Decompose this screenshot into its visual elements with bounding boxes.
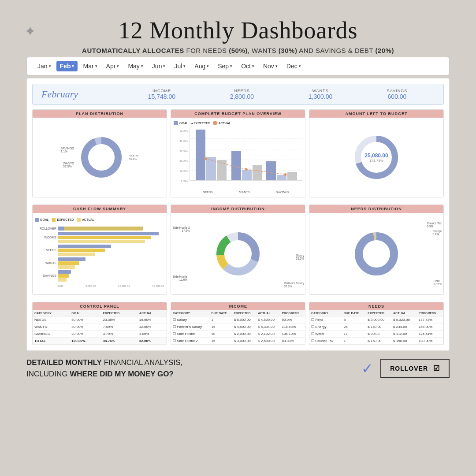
metric-savings: SAVINGS 600.00 — [387, 89, 407, 100]
dashboard-month: February — [41, 89, 121, 100]
metric-wants: WANTS 1,300.00 — [309, 89, 333, 100]
rollover-label: ROLLOVER — [390, 365, 428, 372]
footer-text: DETAILED MONTHLY FINANCIAL ANALYSIS, INC… — [26, 357, 182, 379]
table-row: ☐ Side Hustle 215$ 3,000.00$ 2,500.0083.… — [171, 338, 305, 345]
legend-wants: WANTS37.5% — [63, 162, 74, 168]
month-aug[interactable]: Aug ▾ — [191, 61, 212, 71]
month-feb[interactable]: Feb ▾ — [56, 61, 78, 71]
cf-legend: GOAL EXPECTED ACTUAL — [35, 218, 94, 222]
amount-left-donut: 25,080.00 173.73% — [352, 133, 401, 182]
panel-plan-distribution: PLAN DISTRIBUTION SAVINGS3.1% WANTS37.5% — [32, 109, 167, 197]
svg-line-3 — [206, 159, 246, 169]
panel-cashflow: CASH FLOW SUMMARY GOAL EXPECTED ACTUAL R… — [32, 205, 167, 295]
dashboard-metrics: INCOME 15,748.00 NEEDS 2,800.00 WANTS 1,… — [121, 89, 435, 100]
table-row: ☐ Side Hustle10$ 2,000.00$ 2,102.00105.1… — [171, 331, 305, 338]
budget-legend: GOAL •• EXPECTED ACTUAL — [174, 121, 231, 125]
panel-income-distribution: INCOME DISTRIBUTION Side Hustle 217.3% S… — [171, 205, 305, 295]
month-sep[interactable]: Sep ▾ — [214, 61, 236, 71]
panels-grid-middle: CASH FLOW SUMMARY GOAL EXPECTED ACTUAL R… — [32, 205, 444, 298]
metric-income: INCOME 15,748.00 — [148, 89, 175, 100]
page-title: 12 Monthly Dashboards — [119, 17, 358, 44]
panel-amount-left: AMOUNT LEFT TO BUDGET 25,080.00 173.73% — [309, 109, 444, 197]
table-row: ☐ Partner's Salary15$ 4,500.00$ 5,334.00… — [171, 324, 305, 331]
panels-grid-top: PLAN DISTRIBUTION SAVINGS3.1% WANTS37.5% — [32, 109, 444, 201]
table-row: ☐ Council Tax1$ 150.00$ 150.00100.00% — [309, 338, 443, 345]
table-row-total: TOTAL100.00%34.76%32.00% — [33, 338, 167, 345]
month-navigation: Jan ▾ Feb ▾ Mar ▾ Apr ▾ May ▾ Jun ▾ Jul … — [26, 57, 450, 75]
panel-budget-overview: COMPLETE BUDGET PLAN OVERVIEW GOAL •• EX… — [171, 109, 305, 197]
page-subtitle: AUTOMATICALLY ALLOCATES FOR NEEDS (50%),… — [82, 47, 394, 54]
table-row: ☐ Water17$ 90.00$ 112.00124.44% — [309, 331, 443, 338]
svg-line-4 — [246, 169, 286, 175]
metric-needs: NEEDS 2,800.00 — [230, 89, 254, 100]
month-jul[interactable]: Jul ▾ — [171, 61, 189, 71]
table-row: ☐ Energy25$ 150.00$ 234.00156.00% — [309, 324, 443, 331]
svg-point-7 — [284, 173, 287, 176]
income-dist-donut — [214, 230, 262, 278]
table-row: NEEDS50.00%23.38%19.00% — [33, 316, 167, 324]
needs-dist-donut — [352, 230, 401, 278]
svg-point-15 — [359, 236, 394, 271]
month-jan[interactable]: Jan ▾ — [34, 61, 55, 71]
table-row: ☐ Salary1$ 5,000.00$ 4,500.0090.0% — [171, 316, 305, 324]
month-jun[interactable]: Jun ▾ — [149, 61, 169, 71]
table-row: ☐ Rent8$ 3,000.00$ 5,323.00177.43% — [309, 316, 443, 324]
svg-point-0 — [85, 141, 118, 174]
legend-savings: SAVINGS3.1% — [60, 147, 74, 153]
footer: DETAILED MONTHLY FINANCIAL ANALYSIS, INC… — [26, 353, 450, 383]
table-needs: NEEDS CATEGORY DUE DATE EXPECTED ACTUAL … — [309, 302, 444, 345]
rollover-checkbox-icon: ☑ — [433, 364, 440, 372]
table-control-panel: CONTROL PANEL CATEGORY GOAL EXPECTED ACT… — [32, 302, 167, 345]
month-nov[interactable]: Nov ▾ — [260, 61, 281, 71]
svg-point-5 — [205, 157, 207, 160]
checkmark-icon: ✓ — [361, 360, 373, 377]
svg-point-6 — [245, 168, 248, 171]
income-table: CATEGORY DUE DATE EXPECTED ACTUAL PROGRE… — [171, 310, 305, 345]
needs-table: CATEGORY DUE DATE EXPECTED ACTUAL PROGRE… — [309, 310, 443, 345]
month-oct[interactable]: Oct ▾ — [238, 61, 258, 71]
tables-grid: CONTROL PANEL CATEGORY GOAL EXPECTED ACT… — [32, 302, 444, 345]
table-income: INCOME CATEGORY DUE DATE EXPECTED ACTUAL… — [171, 302, 305, 345]
panel-needs-distribution: NEEDS DISTRIBUTION Council Tax0.9% Energ… — [309, 205, 444, 295]
control-panel-table: CATEGORY GOAL EXPECTED ACTUAL NEEDS50.00… — [33, 310, 167, 345]
rollover-box: ROLLOVER ☑ — [380, 359, 450, 378]
month-mar[interactable]: Mar ▾ — [79, 61, 100, 71]
table-row: WANTS30.00%7.59%12.00% — [33, 324, 167, 331]
month-may[interactable]: May ▾ — [124, 61, 146, 71]
plan-distribution-donut — [79, 135, 123, 179]
month-apr[interactable]: Apr ▾ — [103, 61, 123, 71]
dashboard: February INCOME 15,748.00 NEEDS 2,800.00… — [26, 78, 450, 351]
month-dec[interactable]: Dec ▾ — [283, 61, 305, 71]
dashboard-header: February INCOME 15,748.00 NEEDS 2,800.00… — [32, 84, 444, 105]
table-row: SAVINGS20.00%3.79%1.00% — [33, 331, 167, 338]
